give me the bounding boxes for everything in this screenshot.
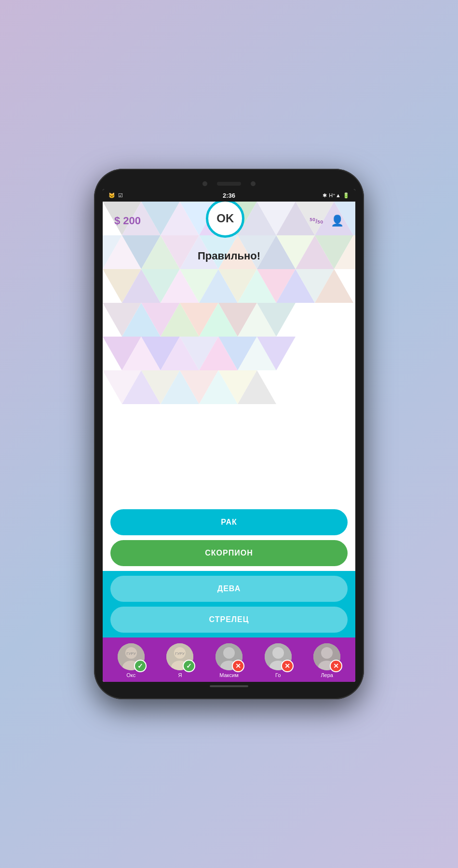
player-item-4: ✕ Го	[265, 643, 292, 678]
svg-text:ГУРУ: ГУРУ	[126, 651, 136, 656]
svg-point-80	[321, 647, 333, 659]
player-avatar-wrap-1: ГУРУ ✓	[118, 643, 145, 670]
fifty-fifty-button[interactable]: ⁵⁰/₅₀	[310, 217, 323, 225]
front-camera	[202, 181, 207, 186]
bluetooth-icon: ✱	[323, 192, 327, 199]
phone-screen: 🐱 ☑ 2:36 ✱ H⁺▲ 🔋	[103, 189, 355, 682]
player-avatar-wrap-5: ✕	[313, 643, 340, 670]
player-result-icon-5: ✕	[330, 660, 342, 672]
answer-button-2[interactable]: СКОРПИОН	[110, 540, 348, 566]
answer-button-1[interactable]: РАК	[110, 509, 348, 535]
player-item-2: ГУРУ ✓ Я	[166, 643, 193, 678]
status-right-icons: ✱ H⁺▲ 🔋	[323, 192, 350, 199]
player-avatar-wrap-2: ГУРУ ✓	[166, 643, 193, 670]
status-time: 2:36	[223, 192, 235, 199]
phone-bottom-bar	[103, 682, 355, 691]
players-bar: ГУРУ ✓ Окс	[103, 637, 355, 682]
svg-text:ГУРУ: ГУРУ	[175, 651, 186, 656]
svg-point-77	[272, 647, 284, 659]
answers-lower: ДЕВА СТРЕЛЕЦ	[103, 571, 355, 637]
player-name-5: Лера	[321, 672, 333, 678]
player-avatar-wrap-4: ✕	[265, 643, 292, 670]
audience-help-button[interactable]: 👤	[331, 215, 344, 227]
phone-device: 🐱 ☑ 2:36 ✱ H⁺▲ 🔋	[94, 169, 364, 699]
speaker-grille	[217, 182, 241, 186]
player-item-1: ГУРУ ✓ Окс	[118, 643, 145, 678]
ok-button[interactable]: OK	[206, 202, 244, 238]
answer-button-4[interactable]: СТРЕЛЕЦ	[110, 607, 348, 633]
notification-icon-1: 🐱	[108, 192, 115, 199]
player-result-icon-2: ✓	[183, 660, 195, 672]
answers-upper: РАК СКОРПИОН	[103, 509, 355, 571]
player-result-icon-1: ✓	[134, 660, 147, 672]
svg-point-74	[223, 647, 235, 659]
answer-button-3[interactable]: ДЕВА	[110, 576, 348, 602]
phone-top-bar	[103, 177, 355, 189]
player-name-1: Окс	[126, 672, 135, 678]
correct-text-area: Правильно!	[103, 240, 355, 267]
notification-icon-2: ☑	[118, 192, 123, 199]
app-content: $ 200 OK ⁵⁰/₅₀ 👤 Правильно! РАК СКОРПИОН	[103, 202, 355, 682]
player-name-2: Я	[178, 672, 182, 678]
money-display: $ 200	[114, 215, 141, 227]
signal-icon: H⁺▲	[329, 192, 341, 199]
home-indicator[interactable]	[210, 685, 248, 687]
status-bar: 🐱 ☑ 2:36 ✱ H⁺▲ 🔋	[103, 189, 355, 202]
player-name-3: Максим	[219, 672, 239, 678]
player-avatar-wrap-3: ✕	[216, 643, 242, 670]
sensor	[251, 181, 256, 186]
player-result-icon-3: ✕	[232, 660, 244, 672]
lifelines: ⁵⁰/₅₀ 👤	[310, 215, 344, 227]
toolbar: $ 200 OK ⁵⁰/₅₀ 👤	[103, 202, 355, 240]
player-item-3: ✕ Максим	[216, 643, 242, 678]
player-name-4: Го	[275, 672, 281, 678]
battery-icon: 🔋	[343, 192, 350, 199]
player-item-5: ✕ Лера	[313, 643, 340, 678]
player-result-icon-4: ✕	[281, 660, 294, 672]
result-message: Правильно!	[198, 250, 260, 262]
status-left-icons: 🐱 ☑	[108, 192, 123, 199]
